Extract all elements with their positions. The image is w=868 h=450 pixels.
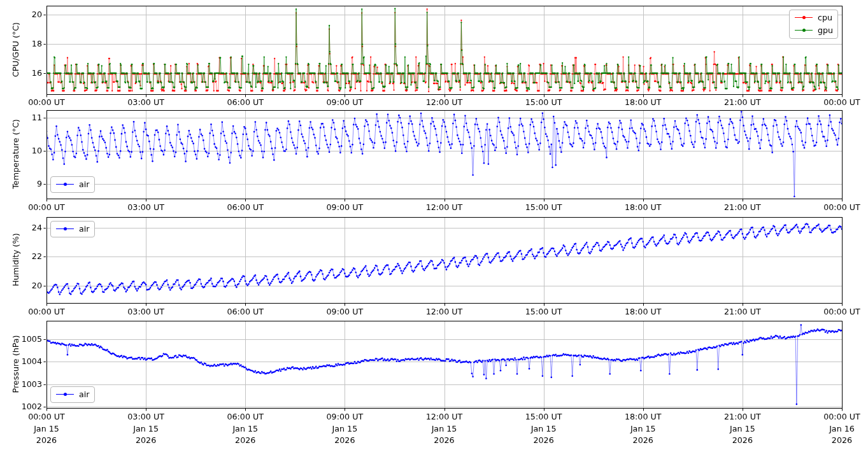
x-tick-label: 03:00 UT: [114, 412, 178, 421]
ylabel-humidity: Humidity (%): [11, 233, 20, 286]
x-tick-label: 21:00 UT: [711, 202, 774, 212]
x-tick-label: 18:00 UT: [611, 202, 675, 212]
legend-item-air-pressure: air: [55, 388, 90, 401]
x-tick-label: 00:00 UT: [15, 412, 78, 421]
x-tick-date-label: Jan 15: [313, 424, 376, 433]
x-tick-date-label: Jan 15: [213, 424, 277, 433]
figure: 00:00 UT03:00 UT06:00 UT09:00 UT12:00 UT…: [0, 0, 868, 450]
gpu-line-marker-icon: [794, 29, 813, 32]
x-tick-label: 12:00 UT: [413, 97, 476, 107]
x-tick-label: 03:00 UT: [114, 97, 178, 107]
y-tick-label: 9: [4, 179, 42, 189]
x-tick-label: 06:00 UT: [213, 412, 277, 421]
x-tick-label: 00:00 UT: [810, 202, 868, 212]
x-tick-label: 12:00 UT: [413, 202, 476, 212]
air-line-marker-icon: [55, 183, 75, 186]
y-tick-label: 1004: [4, 356, 42, 367]
y-tick-label: 20: [4, 281, 42, 291]
x-tick-label: 00:00 UT: [15, 202, 78, 212]
legend-label-gpu: gpu: [818, 27, 833, 35]
x-tick-label: 00:00 UT: [15, 307, 78, 316]
x-tick-label: 15:00 UT: [512, 97, 576, 107]
y-tick-label: 24: [4, 223, 42, 233]
x-tick-label: 06:00 UT: [213, 307, 277, 316]
x-tick-label: 00:00 UT: [810, 412, 868, 421]
x-tick-date-label: Jan 15: [413, 424, 476, 433]
x-tick-date-label: Jan 15: [611, 424, 675, 433]
x-tick-label: 15:00 UT: [512, 307, 576, 316]
y-tick-label: 22: [4, 251, 42, 262]
x-tick-label: 21:00 UT: [711, 412, 774, 421]
x-tick-label: 03:00 UT: [114, 307, 178, 316]
x-tick-label: 12:00 UT: [413, 307, 476, 316]
y-tick-label: 16: [4, 68, 42, 78]
x-tick-year-label: 2026: [810, 435, 868, 445]
x-tick-label: 03:00 UT: [114, 202, 178, 212]
y-tick-label: 11: [4, 113, 42, 123]
x-tick-date-label: Jan 15: [711, 424, 774, 433]
air-line-marker-icon: [55, 227, 75, 231]
legend-humidity: air: [50, 221, 95, 237]
x-tick-date-label: Jan 16: [810, 424, 868, 433]
x-tick-year-label: 2026: [213, 435, 277, 445]
x-tick-label: 09:00 UT: [313, 307, 376, 316]
x-tick-label: 06:00 UT: [213, 202, 277, 212]
legend-cpu-gpu: cpu gpu: [789, 10, 838, 39]
x-tick-date-label: Jan 15: [114, 424, 178, 433]
x-tick-label: 15:00 UT: [512, 202, 576, 212]
legend-item-air-humidity: air: [55, 223, 90, 236]
x-tick-year-label: 2026: [15, 435, 78, 445]
x-tick-label: 09:00 UT: [313, 97, 376, 107]
y-tick-label: 20: [4, 10, 42, 20]
ylabel-temperature: Temperature (°C): [11, 119, 20, 189]
x-tick-label: 18:00 UT: [611, 412, 675, 421]
y-tick-label: 1002: [4, 402, 42, 412]
x-tick-year-label: 2026: [313, 435, 376, 445]
x-tick-label: 18:00 UT: [611, 307, 675, 316]
air-line-marker-icon: [55, 393, 75, 397]
legend-item-air-temp: air: [55, 178, 90, 191]
ylabel-cpu-gpu: CPU/GPU (°C): [11, 22, 20, 77]
x-tick-label: 09:00 UT: [313, 412, 376, 421]
x-tick-label: 21:00 UT: [711, 97, 774, 107]
x-tick-year-label: 2026: [114, 435, 178, 445]
x-tick-label: 09:00 UT: [313, 202, 376, 212]
y-tick-label: 1003: [4, 379, 42, 390]
chart-canvas: [0, 0, 868, 450]
x-tick-label: 00:00 UT: [15, 97, 78, 107]
x-tick-date-label: Jan 15: [512, 424, 576, 433]
ylabel-pressure: Pressure (hPa): [11, 335, 20, 393]
x-tick-label: 21:00 UT: [711, 307, 774, 316]
x-tick-date-label: Jan 15: [15, 424, 78, 433]
legend-label-cpu: cpu: [818, 14, 832, 22]
x-tick-year-label: 2026: [711, 435, 774, 445]
x-tick-year-label: 2026: [611, 435, 675, 445]
legend-temperature: air: [50, 176, 95, 193]
legend-item-cpu: cpu: [794, 11, 833, 24]
legend-label-air-humidity: air: [79, 225, 90, 234]
x-tick-label: 18:00 UT: [611, 97, 675, 107]
legend-label-air-pressure: air: [79, 391, 90, 399]
x-tick-label: 06:00 UT: [213, 97, 277, 107]
x-tick-label: 00:00 UT: [810, 97, 868, 107]
y-tick-label: 1005: [4, 334, 42, 344]
y-tick-label: 10: [4, 146, 42, 156]
cpu-line-marker-icon: [794, 16, 813, 20]
x-tick-label: 15:00 UT: [512, 412, 576, 421]
x-tick-label: 12:00 UT: [413, 412, 476, 421]
x-tick-year-label: 2026: [512, 435, 576, 445]
legend-label-air-temp: air: [79, 181, 90, 189]
legend-pressure: air: [50, 386, 95, 403]
x-tick-year-label: 2026: [413, 435, 476, 445]
x-tick-label: 00:00 UT: [810, 307, 868, 316]
y-tick-label: 18: [4, 39, 42, 49]
legend-item-gpu: gpu: [794, 24, 833, 37]
